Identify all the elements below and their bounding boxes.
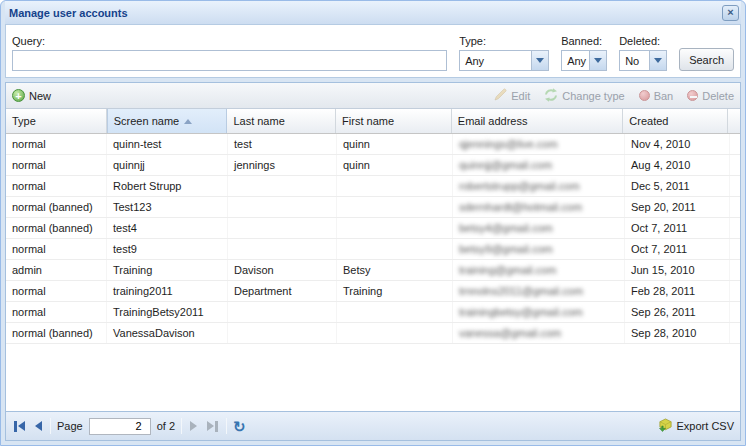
refresh-icon[interactable]: ↻	[233, 419, 246, 434]
cell-last-name	[228, 176, 337, 196]
email-masked-text: quinnjj@gmail.com	[459, 159, 552, 171]
cell-email: vanessa@gmail.com	[453, 323, 625, 343]
filter-form: Query: Type: Any Banned: Any Deleted: No…	[5, 24, 741, 78]
chevron-down-icon[interactable]	[649, 51, 666, 70]
cell-first-name: Training	[337, 281, 453, 301]
cell-type: normal	[6, 239, 107, 259]
cell-email: robertstrupp@gmail.com	[453, 176, 625, 196]
sort-asc-icon	[184, 119, 192, 124]
change-type-button[interactable]: Change type	[544, 88, 624, 104]
table-row[interactable]: normal (banned) Test123 sdernhardt@hotma…	[6, 197, 740, 218]
column-header-type[interactable]: Type	[6, 109, 107, 133]
table-row[interactable]: admin Training Davison Betsy training@gm…	[6, 260, 740, 281]
prev-page-icon	[35, 421, 42, 431]
search-button[interactable]: Search	[679, 48, 734, 71]
ban-button[interactable]: Ban	[639, 90, 674, 102]
delete-button[interactable]: Delete	[687, 90, 734, 102]
close-button[interactable]: ×	[722, 5, 739, 21]
cell-last-name	[228, 218, 337, 238]
cell-last-name: jennings	[228, 155, 337, 175]
export-csv-icon	[658, 418, 673, 435]
chevron-down-icon[interactable]	[589, 51, 606, 70]
banned-label: Banned:	[561, 35, 607, 47]
email-masked-text: sdernhardt@hotmail.com	[459, 201, 582, 213]
cell-type: normal	[6, 176, 107, 196]
cell-first-name	[337, 323, 453, 343]
table-row[interactable]: normal test9 betsy9@gmail.com Oct 7, 201…	[6, 239, 740, 260]
cell-email: betsy9@gmail.com	[453, 239, 625, 259]
query-input[interactable]	[12, 50, 447, 71]
column-header-email[interactable]: Email address	[452, 109, 624, 133]
column-header-created[interactable]: Created	[623, 109, 728, 133]
grid-body: normal quinn-test test quinn qjennings@l…	[6, 134, 740, 411]
type-selected-value: Any	[465, 55, 484, 67]
change-type-arrows-icon	[544, 88, 558, 104]
cell-first-name: Betsy	[337, 260, 453, 280]
table-row[interactable]: normal training2011 Department Training …	[6, 281, 740, 302]
cell-screen-name: test4	[107, 218, 228, 238]
email-masked-text: trnnolns2011@gmail.com	[459, 285, 583, 297]
export-csv-button[interactable]: Export CSV	[658, 418, 734, 435]
close-icon: ×	[727, 7, 733, 18]
cell-last-name	[228, 197, 337, 217]
cell-created: Dec 5, 2011	[625, 176, 730, 196]
cell-email: trnnolns2011@gmail.com	[453, 281, 625, 301]
cell-screen-name: Robert Strupp	[107, 176, 228, 196]
type-group: Type: Any	[459, 35, 549, 71]
cell-last-name: test	[228, 134, 337, 154]
email-masked-text: training@gmail.com	[459, 264, 556, 276]
cell-created: Sep 28, 2010	[625, 323, 730, 343]
column-header-screen-name[interactable]: Screen name	[107, 109, 228, 133]
paging-toolbar: Page of 2 ↻	[6, 411, 740, 440]
last-page-button[interactable]	[205, 419, 220, 434]
first-page-button[interactable]	[12, 419, 27, 434]
cell-screen-name: TrainingBetsy2011	[107, 302, 228, 322]
new-plus-icon: +	[12, 89, 25, 102]
table-row[interactable]: normal (banned) VanessaDavison vanessa@g…	[6, 323, 740, 344]
chevron-down-icon[interactable]	[531, 51, 548, 70]
cell-email: quinnjj@gmail.com	[453, 155, 625, 175]
cell-screen-name: training2011	[107, 281, 228, 301]
banned-select[interactable]: Any	[561, 50, 607, 71]
email-masked-text: vanessa@gmail.com	[459, 327, 561, 339]
table-row[interactable]: normal quinn-test test quinn qjennings@l…	[6, 134, 740, 155]
column-header-first-name[interactable]: First name	[336, 109, 452, 133]
table-row[interactable]: normal (banned) test4 betsy4@gmail.com O…	[6, 218, 740, 239]
page-of-label: of 2	[157, 420, 175, 432]
banned-group: Banned: Any	[561, 35, 607, 71]
next-page-button[interactable]	[188, 419, 199, 433]
cell-screen-name: Training	[107, 260, 228, 280]
page-label: Page	[57, 420, 83, 432]
grid-header: Type Screen name Last name First name Em…	[6, 109, 740, 134]
table-row[interactable]: normal TrainingBetsy2011 trainingbetsy@g…	[6, 302, 740, 323]
cell-email: trainingbetsy@gmail.com	[453, 302, 625, 322]
window-titlebar: Manage user accounts ×	[5, 1, 741, 24]
deleted-select[interactable]: No	[619, 50, 667, 71]
user-grid-panel: + New Edit	[5, 82, 741, 441]
table-row[interactable]: normal quinnjj jennings quinn quinnjj@gm…	[6, 155, 740, 176]
email-masked-text: trainingbetsy@gmail.com	[459, 306, 583, 318]
cell-screen-name: VanessaDavison	[107, 323, 228, 343]
cell-type: normal (banned)	[6, 218, 107, 238]
table-row[interactable]: normal Robert Strupp robertstrupp@gmail.…	[6, 176, 740, 197]
new-button[interactable]: + New	[12, 89, 51, 102]
type-select[interactable]: Any	[459, 50, 549, 71]
prev-page-button[interactable]	[33, 419, 44, 433]
change-type-button-label: Change type	[562, 90, 624, 102]
cell-first-name	[337, 302, 453, 322]
page-number-input[interactable]	[89, 418, 151, 435]
cell-email: sdernhardt@hotmail.com	[453, 197, 625, 217]
cell-screen-name: quinnjj	[107, 155, 228, 175]
column-header-last-name[interactable]: Last name	[227, 109, 336, 133]
query-group: Query:	[12, 35, 447, 71]
cell-screen-name: test9	[107, 239, 228, 259]
cell-last-name	[228, 323, 337, 343]
deleted-group: Deleted: No	[619, 35, 667, 71]
manage-user-accounts-window: Manage user accounts × Query: Type: Any …	[0, 0, 746, 446]
cell-last-name	[228, 302, 337, 322]
pencil-icon	[494, 88, 507, 103]
cell-email: betsy4@gmail.com	[453, 218, 625, 238]
edit-button[interactable]: Edit	[494, 88, 530, 103]
separator	[181, 418, 182, 434]
cell-last-name	[228, 239, 337, 259]
